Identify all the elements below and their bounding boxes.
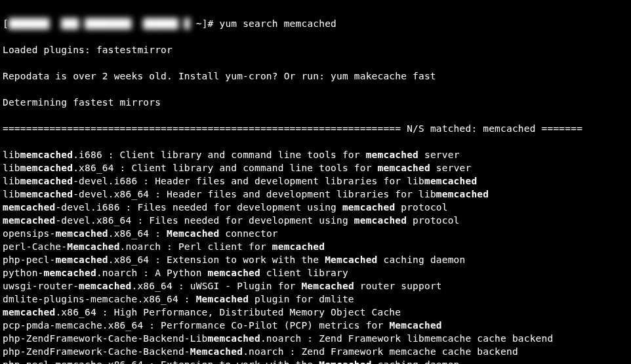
result-line: libmemcached.x86_64 : Client library and… [3,161,628,174]
match-highlight: memcached [366,150,418,160]
match-highlight: memcached [272,241,325,252]
output-line: Loaded plugins: fastestmirror [3,43,628,56]
result-line: php-ZendFramework-Cache-Backend-Memcache… [3,345,628,358]
terminal-output[interactable]: [███████ ███ ████████ ██████ █ ~]# yum s… [0,0,631,364]
prompt-line: [███████ ███ ████████ ██████ █ ~]# yum s… [3,17,628,30]
result-line: libmemcached-devel.i686 : Header files a… [3,174,628,188]
hostname-blurred: ███████ ███ ████████ ██████ █ [9,17,190,30]
result-line: python-memcached.noarch : A Python memca… [3,266,628,279]
match-highlight: memcached [424,176,477,186]
result-line: memcached-devel.i686 : Files needed for … [3,201,628,214]
match-highlight: memcached [3,307,55,317]
match-highlight: memcached [342,202,395,212]
result-line: libmemcached.i686 : Client library and c… [3,148,628,161]
match-highlight: memcached [20,150,73,160]
match-highlight: memcached [20,163,73,173]
result-line: php-ZendFramework-Cache-Backend-Libmemca… [3,332,628,345]
result-line: memcached.x86_64 : High Performance, Dis… [3,306,628,319]
match-highlight: Memcached [67,241,119,252]
match-highlight: memcached [378,163,430,173]
output-line: Determining fastest mirrors [3,96,628,109]
match-highlight: Memcached [301,281,354,291]
command-text: yum search memcached [219,18,336,29]
result-line: libmemcached-devel.x86_64 : Header files… [3,188,628,201]
match-highlight: Memcached [190,346,243,357]
results-list: libmemcached.i686 : Client library and c… [3,148,628,364]
match-highlight: memcached [208,333,260,344]
match-highlight: memcached [3,215,55,226]
result-line: uwsgi-router-memcached.x86_64 : uWSGI - … [3,279,628,293]
match-highlight: memcached [79,281,131,291]
match-highlight: memcached [208,268,260,278]
match-highlight: Memcached [167,228,219,239]
match-highlight: memcached [20,189,73,199]
result-line: memcached-devel.x86_64 : Files needed fo… [3,214,628,227]
match-highlight: memcached [3,202,55,212]
match-highlight: Memcached [389,320,441,331]
match-highlight: memcached [44,268,96,278]
result-line: php-pecl-memcached.x86_64 : Extension to… [3,253,628,266]
section-header: ========================================… [3,122,628,135]
match-highlight: memcached [436,189,489,199]
match-highlight: memcached [20,176,73,186]
match-highlight: memcached [55,254,108,265]
match-highlight: memcached [354,215,407,226]
match-highlight: Memcached [325,254,377,265]
result-line: php-pecl-memcache.x86_64 : Extension to … [3,358,628,364]
match-highlight: Memcached [196,294,249,304]
result-line: dmlite-plugins-memcache.x86_64 : Memcach… [3,293,628,306]
output-line: Repodata is over 2 weeks old. Install yu… [3,70,628,83]
result-line: opensips-memcached.x86_64 : Memcached co… [3,227,628,240]
match-highlight: Memcached [319,359,371,364]
match-highlight: memcached [55,228,108,239]
result-line: perl-Cache-Memcached.noarch : Perl clien… [3,240,628,253]
result-line: pcp-pmda-memcache.x86_64 : Performance C… [3,319,628,332]
